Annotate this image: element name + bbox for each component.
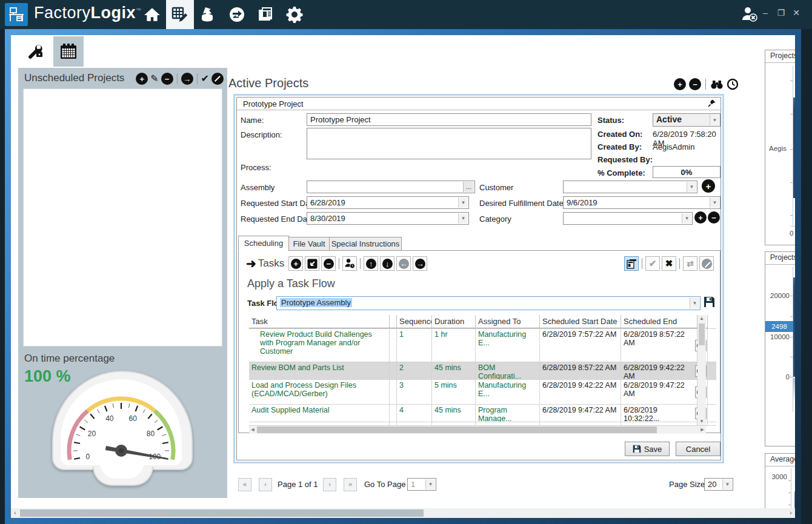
scroll-left-icon[interactable]: ◄ <box>249 426 256 434</box>
requested-end-date-select[interactable]: 8/30/2019▼ <box>307 212 469 225</box>
column-header-Scheduled Start Date[interactable]: Scheduled Start Date <box>540 315 621 328</box>
nav-transfer-button[interactable] <box>223 0 251 29</box>
desired-fulfillment-date-select[interactable]: 9/6/2019▼ <box>563 196 720 209</box>
tasks-table-hscrollbar[interactable]: ◄ ► <box>249 426 706 434</box>
first-page-button[interactable]: « <box>238 478 251 491</box>
chevron-down-icon[interactable]: ▼ <box>722 479 732 489</box>
description-input[interactable] <box>307 128 591 159</box>
column-header-Task[interactable]: Task <box>249 315 390 328</box>
add-category-button[interactable]: + <box>694 211 707 224</box>
tab-setup-tools[interactable] <box>21 36 51 67</box>
next-page-button[interactable]: › <box>323 478 336 491</box>
tab-special-instructions[interactable]: Special Instructions <box>329 237 402 251</box>
assembly-input[interactable]: ... <box>307 181 475 193</box>
tab-file-vault[interactable]: File Vault <box>288 237 330 251</box>
chevron-down-icon[interactable]: ▼ <box>710 114 719 125</box>
chevron-down-icon[interactable]: ▼ <box>458 197 468 208</box>
process-label: Process: <box>241 163 271 172</box>
indent-task-button[interactable]: → <box>413 256 427 271</box>
schedule-project-icon[interactable]: → <box>181 73 193 85</box>
tab-scheduling-calendar[interactable] <box>53 36 84 67</box>
scroll-up-icon[interactable]: ▲ <box>697 315 706 322</box>
scroll-left-icon[interactable]: ‹ <box>11 508 19 518</box>
chevron-down-icon[interactable]: ▼ <box>458 213 468 224</box>
aegis-bar[interactable] <box>793 98 795 198</box>
customer-select[interactable]: ▼ <box>563 181 697 193</box>
column-header-Assigned To[interactable]: Assigned To <box>476 315 540 328</box>
cancel-tasks-button[interactable] <box>699 256 714 271</box>
remove-active-project-icon[interactable]: − <box>689 78 701 90</box>
assign-person-button[interactable] <box>342 256 357 271</box>
nav-home-button[interactable] <box>138 0 166 29</box>
outdent-task-button[interactable]: ← <box>396 256 411 271</box>
remove-category-button[interactable]: − <box>708 211 720 224</box>
nav-projects-button[interactable] <box>166 0 194 29</box>
delete-tasks-button[interactable]: ✖ <box>662 256 676 271</box>
window-hscrollbar[interactable]: ‹ › <box>11 508 795 518</box>
pin-icon[interactable] <box>708 99 716 107</box>
shuffle-tasks-button[interactable]: ⇄ <box>683 256 697 271</box>
tasks-table-vscrollbar[interactable]: ▲ ▼ <box>697 315 706 425</box>
window-hscroll-thumb[interactable] <box>20 509 424 517</box>
task-row[interactable]: Review Product Build Challenges with Pro… <box>249 329 716 362</box>
minimize-button[interactable]: – <box>759 6 772 19</box>
last-page-button[interactable]: » <box>344 478 357 491</box>
vscroll-thumb[interactable] <box>699 323 705 345</box>
tab-scheduling[interactable]: Scheduling <box>238 236 289 251</box>
close-button[interactable]: ✕ <box>790 6 803 19</box>
gantt-view-button[interactable] <box>624 256 639 271</box>
add-active-project-icon[interactable]: + <box>674 78 686 90</box>
add-project-icon[interactable]: + <box>136 73 148 85</box>
save-button[interactable]: Save <box>625 442 670 456</box>
page-size-select[interactable]: 20▼ <box>704 478 733 491</box>
nav-reports-button[interactable] <box>251 0 279 29</box>
previous-page-button[interactable]: ‹ <box>259 478 272 491</box>
y-tick-3000: 3000 <box>765 473 787 480</box>
column-header-Scheduled End Date[interactable]: Scheduled End Date <box>621 315 697 328</box>
name-input[interactable]: Prototype Project <box>307 113 591 126</box>
scroll-right-icon[interactable]: › <box>787 508 795 518</box>
nav-settings-button[interactable] <box>281 0 308 29</box>
insert-task-button[interactable] <box>305 256 319 271</box>
column-header-Duration[interactable]: Duration <box>432 315 476 328</box>
chevron-down-icon[interactable]: ▼ <box>690 297 699 309</box>
remove-project-icon[interactable]: − <box>161 73 173 85</box>
goto-page-select[interactable]: 1▼ <box>407 478 436 491</box>
chevron-down-icon[interactable]: ▼ <box>710 197 719 208</box>
task-flow-select[interactable]: Prototype Assembly ▼ <box>276 296 701 310</box>
add-customer-button[interactable]: + <box>702 179 715 193</box>
cancel-icon[interactable] <box>211 73 224 85</box>
task-row[interactable]: Audit Supplied Material445 minsProgram M… <box>249 405 716 422</box>
task-row[interactable]: Load and Process Design Files (ECAD/MCAD… <box>249 380 716 405</box>
scroll-down-icon[interactable]: ▼ <box>697 418 706 425</box>
category-select[interactable]: ▼ <box>563 212 693 225</box>
accept-tasks-button[interactable]: ✔ <box>645 256 660 271</box>
history-clock-icon[interactable] <box>727 78 739 90</box>
save-task-flow-icon[interactable] <box>704 296 715 308</box>
add-task-button[interactable]: + <box>288 256 303 271</box>
maximize-button[interactable]: ❐ <box>774 6 788 19</box>
assembly-browse-button[interactable]: ... <box>463 182 474 192</box>
scroll-right-icon[interactable]: ► <box>699 426 706 434</box>
status-select[interactable]: Active▼ <box>653 113 720 127</box>
column-header-spacer[interactable] <box>390 315 397 328</box>
search-binoculars-icon[interactable] <box>710 79 724 90</box>
category-label-aegis: Aegis <box>769 145 787 152</box>
move-task-down-button[interactable]: ↓ <box>380 256 394 271</box>
move-task-up-button[interactable]: ↑ <box>364 256 378 271</box>
remove-task-button[interactable]: − <box>321 256 336 271</box>
column-header-Sequence[interactable]: Sequence <box>397 315 432 328</box>
nav-materials-button[interactable] <box>194 0 222 29</box>
cancel-button[interactable]: Cancel <box>676 442 720 456</box>
chevron-down-icon[interactable]: ▼ <box>687 182 696 192</box>
requested-start-date-select[interactable]: 6/28/2019▼ <box>307 196 469 209</box>
hscroll-thumb[interactable] <box>257 426 657 433</box>
accept-icon[interactable]: ✔ <box>201 73 209 85</box>
projects-r-bar[interactable] <box>793 277 795 377</box>
requested-by-label: Requested By: <box>597 155 653 164</box>
task-row[interactable]: Review BOM and Parts List245 minsBOM Con… <box>249 362 716 380</box>
chevron-down-icon[interactable]: ▼ <box>682 213 691 224</box>
svg-text:20: 20 <box>88 429 96 438</box>
edit-project-icon[interactable]: ✎ <box>150 73 158 85</box>
unscheduled-projects-list[interactable] <box>23 88 222 347</box>
